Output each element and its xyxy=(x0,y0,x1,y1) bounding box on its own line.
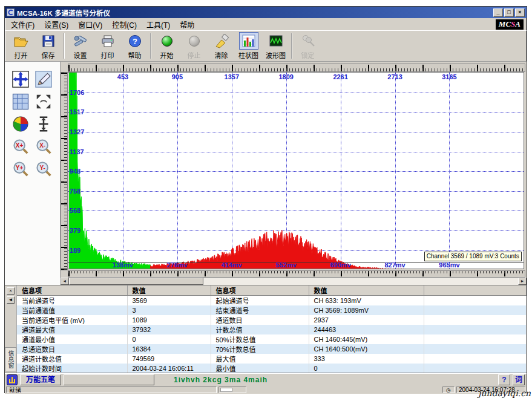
panel-close-button[interactable]: × xyxy=(7,287,15,295)
ime-icon[interactable] xyxy=(7,374,18,385)
info-label-cell: 最大值 xyxy=(211,354,309,364)
toolbar-button-save[interactable]: 保存 xyxy=(34,31,62,60)
status-spacer xyxy=(248,387,441,393)
svg-text:Y+: Y+ xyxy=(16,165,24,171)
tool-zoom-out-y[interactable]: Y- xyxy=(34,160,53,178)
menu-item-4[interactable]: 工具(T) xyxy=(142,18,175,31)
column-header: 信息项 xyxy=(211,285,309,296)
info-value-cell: 3 xyxy=(127,305,211,315)
info-value-cell: 37932 xyxy=(127,325,211,334)
close-button[interactable]: × xyxy=(515,8,525,17)
y-axis-count-label: 189 xyxy=(70,247,80,254)
toolbar-button-label: 停止 xyxy=(188,50,201,60)
menu-bar: 文件(F)设置(S)窗口(V)控制(C)工具(T)帮助 MCSA xyxy=(5,18,527,30)
x-axis-mv-label: 827mv xyxy=(384,261,405,269)
logo-text-end: A xyxy=(515,19,521,28)
minimize-button[interactable]: _ xyxy=(493,8,503,17)
toolbar-button-stop: 停止 xyxy=(180,31,208,60)
ime-name-button[interactable]: 万能五笔 xyxy=(20,374,61,385)
toolbar-button-label: 打开 xyxy=(15,50,28,60)
x-axis-mv-label: 552mv xyxy=(276,261,297,269)
ime-word-button[interactable]: 词 xyxy=(513,374,525,385)
toolbar-button-pin: 锁定 xyxy=(294,31,321,60)
tool-pie[interactable] xyxy=(11,115,30,133)
svg-text:?: ? xyxy=(133,36,137,45)
chart-tools-panel: X+X-Y+Y- xyxy=(5,62,61,285)
menu-item-2[interactable]: 窗口(V) xyxy=(73,18,107,31)
column-header: 信息项 xyxy=(17,285,127,296)
toolbar-button-bar-view[interactable]: 柱状图 xyxy=(235,31,262,60)
table-row: 起始计数时间2004-03-24 16:06:11最小值0 xyxy=(17,364,527,373)
toolbar-button-label: 帮助 xyxy=(128,50,142,60)
info-value-cell: CH 633: 193mV xyxy=(309,296,424,306)
x-axis-channel-label: 3165 xyxy=(442,73,456,80)
column-header: 数值 xyxy=(309,285,424,296)
tool-zoom-in-y[interactable]: Y+ xyxy=(11,160,30,178)
info-panel-dock-strip: × ◄ 信息窗 xyxy=(5,285,17,373)
tool-v-adjust[interactable] xyxy=(34,115,53,133)
info-label-cell: 当前通道值 xyxy=(17,305,127,315)
y-axis-count-label: 1327 xyxy=(70,128,84,135)
column-header-empty xyxy=(424,285,527,296)
tool-move[interactable] xyxy=(11,70,30,88)
tool-zoom-in-x[interactable]: X+ xyxy=(11,137,30,155)
panel-collapse-button[interactable]: ◄ xyxy=(7,296,15,304)
info-empty-cell xyxy=(424,325,527,334)
toolbar-button-open[interactable]: 打开 xyxy=(7,31,34,60)
toolbar-button-label: 波形图 xyxy=(266,50,286,60)
info-value-cell: 749569 xyxy=(127,354,211,364)
scroll-left-button[interactable]: ◄ xyxy=(61,278,69,285)
x-axis-mv-label: 965mv xyxy=(439,261,459,269)
toolbar-button-print[interactable]: 打印 xyxy=(94,31,121,60)
y-axis-count-label: 379 xyxy=(70,227,80,234)
info-table-head: 信息项数值信息项数值 xyxy=(17,285,527,296)
toolbar-button-wave-view[interactable]: 波形图 xyxy=(262,31,289,60)
info-label-cell: 最小值 xyxy=(211,364,309,373)
scrollbar-track[interactable] xyxy=(69,278,518,285)
menu-item-5[interactable]: 帮助 xyxy=(175,18,199,31)
toolbar-button-settings[interactable]: 设置 xyxy=(67,31,94,60)
toolbar-button-clear[interactable]: 清除 xyxy=(208,31,235,60)
tool-pencil[interactable] xyxy=(34,70,53,88)
y-axis-count-label: 1517 xyxy=(70,108,84,116)
maximize-button[interactable]: □ xyxy=(504,8,514,17)
info-value-cell: CH 1640:500(mV) xyxy=(309,344,424,354)
menu-item-3[interactable]: 控制(C) xyxy=(107,18,142,31)
zoom-in-x-icon: X+ xyxy=(11,137,30,155)
toolbar-button-start[interactable]: 开始 xyxy=(153,31,180,60)
tool-grid[interactable] xyxy=(11,93,30,111)
print-icon xyxy=(98,32,117,50)
x-axis-channel-label: 453 xyxy=(117,73,128,80)
table-row: 通道最大值37932计数总值244463 xyxy=(17,325,527,334)
tool-fit[interactable] xyxy=(34,93,53,111)
scrollbar-thumb[interactable] xyxy=(69,278,204,285)
menu-item-0[interactable]: 文件(F) xyxy=(6,18,39,31)
help-icon: ? xyxy=(125,32,145,50)
x-axis-mv-label: 690mv xyxy=(330,261,350,269)
horizontal-scrollbar[interactable]: ◄ ► xyxy=(61,278,527,285)
info-value-cell: 16384 xyxy=(127,344,211,354)
window-controls: _ □ × xyxy=(493,8,525,17)
plot-area[interactable]: 453138mv905276mv1357414mv1809552mv226169… xyxy=(68,72,524,269)
panel-tab[interactable]: 信息窗 xyxy=(5,347,16,371)
histogram-svg xyxy=(68,73,524,269)
toolbar: 打开保存设置打印?帮助开始停止清除柱状图波形图锁定 xyxy=(5,30,527,62)
toolbar-button-label: 锁定 xyxy=(301,50,315,60)
x-axis-channel-label: 2261 xyxy=(333,73,347,80)
clock-icon: ◷ xyxy=(442,387,455,393)
wave-view-icon xyxy=(266,32,286,50)
tool-zoom-out-x[interactable]: X- xyxy=(34,137,53,155)
x-axis-channel-label: 1357 xyxy=(225,73,239,80)
table-row: 通道最小值050%计数总值CH 1460:445(mV) xyxy=(17,334,527,344)
ime-input-area xyxy=(64,374,154,385)
title-bar: MCSA-16K 多通道信号分析仪 _ □ × xyxy=(5,7,527,18)
info-label-cell: 通道数目 xyxy=(211,315,309,325)
info-empty-cell xyxy=(424,334,527,344)
info-label-cell: 结束通道号 xyxy=(211,305,309,315)
grid-icon xyxy=(11,93,30,111)
ime-help-button[interactable]: ? xyxy=(498,374,510,385)
toolbar-button-help[interactable]: ?帮助 xyxy=(121,31,148,60)
menu-item-1[interactable]: 设置(S) xyxy=(39,18,73,31)
scroll-right-button[interactable]: ► xyxy=(518,278,527,285)
svg-text:X+: X+ xyxy=(16,142,24,149)
